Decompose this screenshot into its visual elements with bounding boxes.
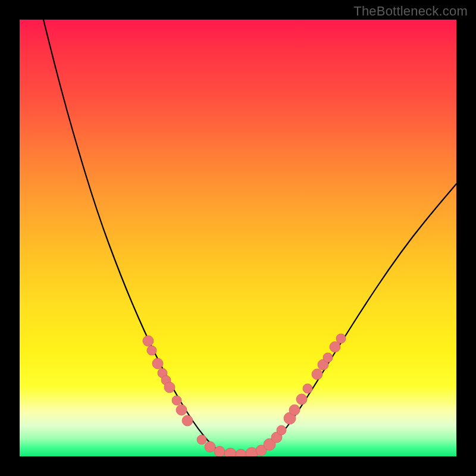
scatter-dot [289,405,300,415]
scatter-dot [197,435,206,444]
scatter-dot [330,342,340,352]
scatter-dot [176,405,187,415]
scatter-dot [303,384,312,393]
scatter-dot [336,334,346,343]
scatter-dot [152,358,163,369]
scatter-dot [143,336,154,346]
scatter-dot [312,369,322,380]
scatter-dot [323,353,333,362]
scatter-dot [224,448,236,456]
chart-frame: TheBottleneck.com [0,0,476,476]
scatter-dot [172,396,181,405]
scatter-dot [236,449,246,456]
curve-layer [20,20,456,456]
watermark-text: TheBottleneck.com [353,4,468,19]
scatter-dot [277,425,286,435]
scatter-dot [214,446,225,456]
scatter-dot [164,382,175,393]
scatter-dot [147,346,156,355]
scatter-dots [143,334,346,456]
bottleneck-curve [43,20,456,455]
scatter-dot [205,441,215,452]
scatter-dot [296,394,307,405]
plot-area [20,20,456,456]
scatter-dot [182,415,193,426]
